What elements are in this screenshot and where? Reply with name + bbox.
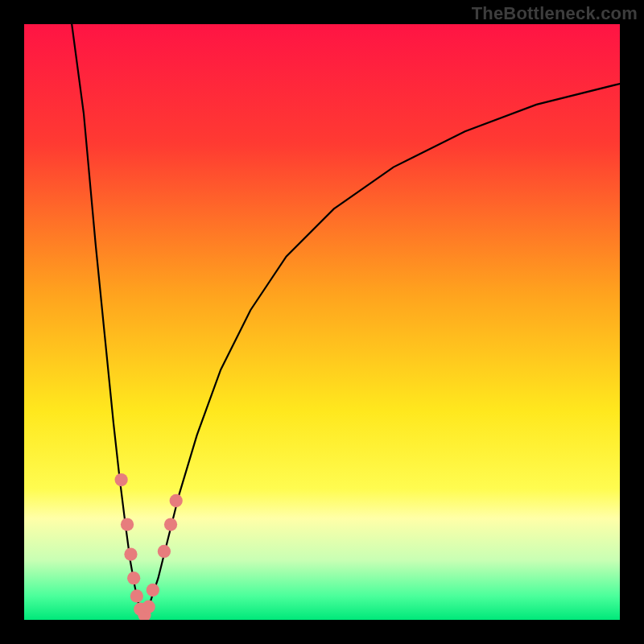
left-branch-curve	[72, 24, 143, 619]
marker-dot	[147, 584, 159, 597]
marker-dots	[114, 473, 182, 620]
watermark-text: TheBottleneck.com	[472, 3, 638, 24]
marker-dot	[164, 518, 177, 530]
marker-dot	[158, 545, 171, 558]
marker-dot	[130, 589, 143, 602]
plot-area	[24, 24, 620, 620]
chart-frame: TheBottleneck.com	[0, 0, 644, 644]
marker-dot	[114, 473, 127, 486]
curve-layer	[24, 24, 620, 620]
marker-dot	[124, 547, 137, 560]
marker-dot	[142, 601, 155, 613]
marker-dot	[121, 518, 134, 530]
right-branch-curve	[143, 84, 620, 619]
marker-dot	[127, 572, 140, 584]
marker-dot	[170, 494, 183, 507]
